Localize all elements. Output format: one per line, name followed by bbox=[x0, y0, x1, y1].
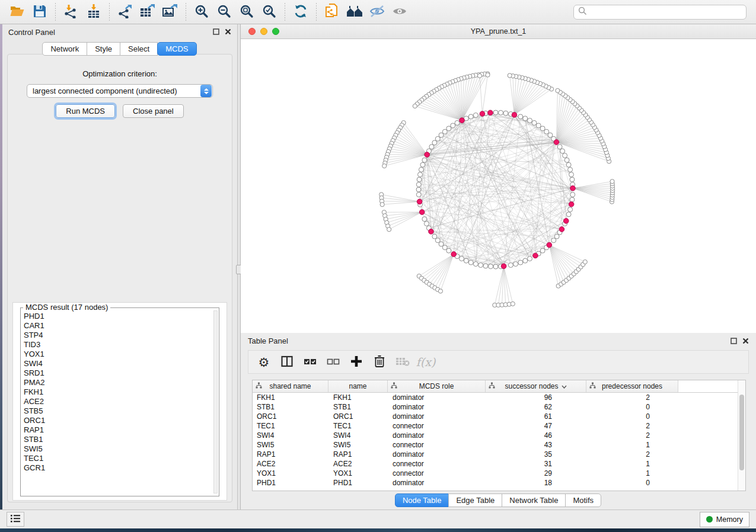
table-row[interactable]: TEC1TEC1connector472 bbox=[253, 421, 745, 431]
mcds-result-item[interactable]: GCR1 bbox=[24, 463, 213, 473]
mcds-result-item[interactable]: TID3 bbox=[24, 340, 213, 350]
table-row[interactable]: PHD1PHD1dominator180 bbox=[253, 478, 745, 488]
delete-table-button[interactable] bbox=[394, 354, 411, 370]
duplicate-network-button[interactable] bbox=[322, 2, 342, 21]
close-panel-button[interactable]: Close panel bbox=[123, 104, 184, 118]
delete-column-button[interactable] bbox=[371, 354, 388, 370]
status-bar: Memory bbox=[0, 509, 756, 528]
hide-selected-icon bbox=[369, 5, 385, 20]
export-table-button[interactable] bbox=[138, 2, 158, 21]
column-header-predecessor-nodes[interactable]: predecessor nodes bbox=[586, 380, 678, 392]
column-header-shared-name[interactable]: shared name bbox=[253, 380, 328, 392]
tab-network[interactable]: Network bbox=[42, 42, 87, 56]
mcds-result-item[interactable]: PMA2 bbox=[24, 378, 213, 387]
cell: FKH1 bbox=[328, 393, 388, 402]
memory-status-icon bbox=[706, 516, 713, 523]
mcds-result-item[interactable]: PHD1 bbox=[24, 312, 213, 321]
open-file-button[interactable] bbox=[7, 2, 27, 21]
mcds-result-item[interactable]: TEC1 bbox=[24, 454, 213, 463]
mcds-result-list[interactable]: PHD1CAR1STP4TID3YOX1SWI4SRD1PMA2FKH1ACE2… bbox=[22, 312, 213, 495]
zoom-out-button[interactable] bbox=[214, 2, 234, 21]
tab-network-table[interactable]: Network Table bbox=[502, 493, 566, 507]
criterion-select[interactable]: largest connected component (undirected) bbox=[27, 84, 213, 98]
save-button[interactable] bbox=[30, 2, 50, 21]
mcds-result-item[interactable]: ACE2 bbox=[24, 397, 213, 406]
scrollbar-thumb[interactable] bbox=[739, 395, 744, 470]
search-input[interactable] bbox=[590, 8, 742, 17]
zoom-fit-button[interactable] bbox=[237, 2, 257, 21]
table-scrollbar[interactable] bbox=[738, 380, 745, 491]
zoom-selected-button[interactable] bbox=[259, 2, 279, 21]
table-row[interactable]: ORC1ORC1dominator610 bbox=[253, 412, 745, 421]
table-row[interactable]: SWI4SWI4dominator462 bbox=[253, 431, 745, 440]
mcds-result-item[interactable]: RAP1 bbox=[24, 425, 213, 435]
cell: 1 bbox=[586, 460, 678, 468]
mcds-result-item[interactable]: SWI5 bbox=[24, 444, 213, 454]
hide-selected-button[interactable] bbox=[367, 2, 387, 21]
show-all-button[interactable] bbox=[390, 2, 410, 21]
import-network-button[interactable] bbox=[61, 2, 81, 21]
control-panel-title: Control Panel bbox=[8, 28, 213, 37]
tab-select[interactable]: Select bbox=[120, 42, 158, 56]
unselect-all-columns-button[interactable] bbox=[325, 354, 342, 370]
network-titlebar[interactable]: YPA_prune.txt_1 bbox=[241, 24, 756, 39]
table-row[interactable]: RAP1RAP1dominator352 bbox=[253, 450, 745, 459]
export-image-button[interactable] bbox=[160, 2, 180, 21]
function-builder-button[interactable]: f(x) bbox=[417, 354, 434, 370]
zoom-selected-icon bbox=[262, 4, 276, 20]
table-row[interactable]: STB1STB1dominator620 bbox=[253, 402, 745, 412]
mcds-result-item[interactable]: FKH1 bbox=[24, 387, 213, 397]
cell: 46 bbox=[486, 431, 586, 440]
show-columns-button[interactable] bbox=[279, 354, 295, 370]
export-network-button[interactable] bbox=[115, 2, 135, 21]
cell: SWI4 bbox=[328, 431, 388, 440]
refresh-button[interactable] bbox=[291, 2, 311, 21]
tab-motifs[interactable]: Motifs bbox=[565, 493, 601, 507]
close-panel-icon[interactable] bbox=[742, 336, 749, 347]
create-column-button[interactable] bbox=[348, 354, 365, 370]
show-panels-button[interactable] bbox=[7, 512, 24, 527]
mcds-result-item[interactable]: STP4 bbox=[24, 331, 213, 340]
search-field[interactable] bbox=[573, 5, 747, 20]
zoom-in-button[interactable] bbox=[192, 2, 212, 21]
column-header-name[interactable]: name bbox=[328, 380, 388, 392]
table-row[interactable]: ACE2ACE2connector311 bbox=[253, 459, 745, 469]
tab-style[interactable]: Style bbox=[87, 42, 120, 56]
mcds-result-item[interactable]: STB1 bbox=[24, 435, 213, 444]
table-settings-button[interactable]: ⚙ bbox=[256, 354, 272, 370]
cell: connector bbox=[388, 441, 486, 449]
float-panel-icon[interactable] bbox=[213, 27, 219, 37]
import-table-icon bbox=[87, 4, 101, 20]
mcds-list-scrollbar[interactable] bbox=[213, 310, 218, 493]
table-row[interactable]: YOX1YOX1connector291 bbox=[253, 469, 745, 478]
cell: PHD1 bbox=[253, 479, 328, 487]
mcds-result-item[interactable]: CAR1 bbox=[24, 321, 213, 331]
first-neighbors-button[interactable] bbox=[344, 2, 365, 21]
cell: 35 bbox=[486, 450, 586, 459]
network-canvas[interactable] bbox=[241, 39, 756, 333]
float-panel-icon[interactable] bbox=[731, 336, 737, 347]
cell: 29 bbox=[486, 469, 586, 477]
mcds-result-item[interactable]: ORC1 bbox=[24, 416, 213, 425]
tab-edge-table[interactable]: Edge Table bbox=[448, 493, 502, 507]
table-row[interactable]: SWI5SWI5connector431 bbox=[253, 440, 745, 450]
cell: PHD1 bbox=[328, 479, 388, 487]
column-header-MCDS-role[interactable]: MCDS role bbox=[388, 380, 486, 392]
tab-node-table[interactable]: Node Table bbox=[395, 493, 449, 507]
run-mcds-button[interactable]: Run MCDS bbox=[56, 104, 115, 118]
cell: 18 bbox=[486, 479, 586, 487]
mcds-result-item[interactable]: SRD1 bbox=[24, 368, 213, 378]
table-row[interactable]: FKH1FKH1dominator962 bbox=[253, 393, 745, 402]
memory-button[interactable]: Memory bbox=[700, 512, 749, 527]
mcds-result-item[interactable]: STB5 bbox=[24, 406, 213, 416]
close-panel-icon[interactable] bbox=[225, 27, 231, 37]
cell: 1 bbox=[586, 469, 678, 477]
open-file-icon bbox=[9, 5, 25, 20]
import-table-button[interactable] bbox=[84, 2, 104, 21]
tab-mcds[interactable]: MCDS bbox=[157, 42, 196, 56]
mcds-result-item[interactable]: SWI4 bbox=[24, 359, 213, 368]
mcds-result-item[interactable]: YOX1 bbox=[24, 350, 213, 359]
select-all-columns-button[interactable] bbox=[302, 354, 318, 370]
gear-icon: ⚙ bbox=[259, 356, 270, 368]
column-header-successor-nodes[interactable]: successor nodes bbox=[486, 380, 586, 392]
